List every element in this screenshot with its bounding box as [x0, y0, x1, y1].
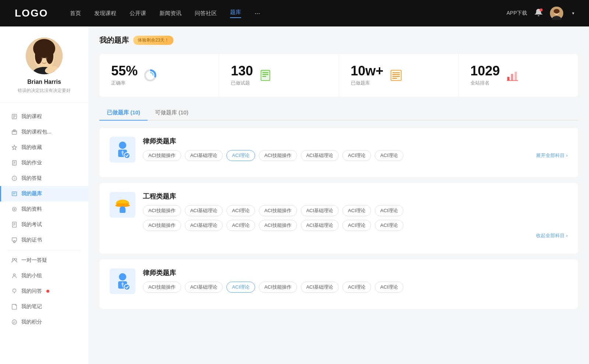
tag-1-1[interactable]: ACI基础理论: [185, 150, 223, 161]
menu-divider-1: [7, 250, 81, 250]
stat-accuracy-value: 55%: [111, 64, 138, 78]
sidebar-item-notes[interactable]: 我的笔记: [0, 299, 88, 314]
tag-1-6[interactable]: ACI理论: [375, 150, 403, 161]
stat-accuracy-content: 55% 正确率: [111, 64, 138, 86]
stat-accuracy: 55% 正确率: [99, 54, 219, 97]
user-avatar[interactable]: [550, 7, 563, 20]
tag-3-5[interactable]: ACI理论: [342, 282, 371, 293]
nav-discover[interactable]: 发现课程: [94, 10, 116, 17]
doc-icon: [259, 69, 272, 82]
tag-2-4[interactable]: ACI基础理论: [301, 205, 339, 216]
tab-available[interactable]: 可做题库 (10): [148, 106, 196, 120]
sidebar-item-favorites-label: 我的收藏: [21, 144, 42, 151]
sidebar-item-cert[interactable]: 我的证书: [0, 232, 88, 248]
notification-bell[interactable]: [535, 8, 543, 18]
svg-point-66: [124, 153, 130, 158]
tag-1-0[interactable]: ACI技能操作: [143, 150, 181, 161]
nav-opencourse[interactable]: 公开课: [130, 10, 146, 17]
tag-2-11[interactable]: ACI基础理论: [301, 220, 339, 231]
tag-2-3[interactable]: ACI技能操作: [259, 205, 297, 216]
cert-icon: [11, 237, 18, 243]
main-header: LOGO 首页 发现课程 公开课 新闻资讯 问答社区 题库 ··· APP下载 …: [0, 0, 589, 26]
quiz-bank-card-lawyer-2: 律师类题库 ACI技能操作 ACI基础理论 ACI理论 ACI技能操作 ACI基…: [99, 260, 578, 309]
svg-point-12: [45, 57, 47, 60]
svg-rect-28: [12, 192, 17, 196]
sidebar-item-group[interactable]: 我的小组: [0, 268, 88, 283]
sidebar-item-qa[interactable]: ? 我的答疑: [0, 171, 88, 186]
tag-1-2[interactable]: ACI理论: [226, 150, 255, 161]
svg-text:?: ?: [14, 177, 15, 181]
sidebar-item-question[interactable]: 我的问答: [0, 283, 88, 299]
quiz-bank-card-engineer: 工程类题库 ACI技能操作 ACI基础理论 ACI理论 ACI技能操作 ACI基…: [99, 183, 578, 254]
group-icon: [11, 272, 18, 279]
tag-2-2[interactable]: ACI理论: [226, 205, 255, 216]
stat-rank-value: 1029: [470, 64, 500, 78]
quiz-bank-info-2: 工程类题库 ACI技能操作 ACI基础理论 ACI理论 ACI技能操作 ACI基…: [143, 192, 568, 239]
nav-news[interactable]: 新闻资讯: [159, 10, 181, 17]
tag-2-0[interactable]: ACI技能操作: [143, 205, 181, 216]
nav-quiz[interactable]: 题库: [230, 9, 241, 18]
svg-point-8: [46, 48, 53, 64]
svg-rect-53: [261, 70, 270, 72]
sidebar-item-package[interactable]: 我的课程包...: [0, 124, 88, 140]
tag-2-10[interactable]: ACI技能操作: [259, 220, 297, 231]
tag-2-8[interactable]: ACI基础理论: [185, 220, 223, 231]
sidebar-item-exam[interactable]: 我的考试: [0, 217, 88, 232]
sidebar-item-files[interactable]: 我的资料: [0, 201, 88, 217]
sidebar: Brian Harris 错误的决定比没有决定要好 我的课程: [0, 26, 88, 364]
quiz-bank-title-2: 工程类题库: [143, 192, 568, 201]
tag-2-13[interactable]: ACI理论: [375, 220, 403, 231]
tag-1-5[interactable]: ACI理论: [342, 150, 371, 161]
nav-qa[interactable]: 问答社区: [195, 10, 217, 17]
tag-2-12[interactable]: ACI理论: [342, 220, 371, 231]
tab-done[interactable]: 已做题库 (10): [99, 106, 148, 120]
profile-avatar: [26, 38, 63, 74]
user-menu-chevron[interactable]: ▾: [572, 11, 574, 16]
sidebar-item-question-label: 我的问答: [21, 288, 42, 295]
exam-icon: [11, 221, 18, 228]
app-download[interactable]: APP下载: [507, 10, 527, 17]
nav-more[interactable]: ···: [254, 10, 260, 17]
quiz-bank-tags-row1: ACI技能操作 ACI基础理论 ACI理论 ACI技能操作 ACI基础理论 AC…: [143, 205, 568, 216]
svg-point-39: [13, 258, 14, 260]
tag-3-6[interactable]: ACI理论: [375, 282, 403, 293]
tag-3-1[interactable]: ACI基础理论: [185, 282, 223, 293]
nav-home[interactable]: 首页: [70, 10, 81, 17]
points-icon: 积: [11, 319, 18, 325]
tag-1-4[interactable]: ACI基础理论: [301, 150, 339, 161]
profile-section: Brian Harris 错误的决定比没有决定要好: [0, 38, 88, 103]
quiz-bank-header-2: 工程类题库 ACI技能操作 ACI基础理论 ACI理论 ACI技能操作 ACI基…: [110, 192, 568, 239]
tag-3-0[interactable]: ACI技能操作: [143, 282, 181, 293]
tag-3-2[interactable]: ACI理论: [226, 282, 255, 293]
sidebar-item-course[interactable]: 我的课程: [0, 109, 88, 124]
svg-point-32: [14, 208, 15, 210]
stat-done-questions-label: 已做试题: [231, 80, 253, 86]
sidebar-item-cert-label: 我的证书: [21, 237, 42, 243]
tag-3-3[interactable]: ACI技能操作: [259, 282, 297, 293]
notification-dot: [540, 8, 543, 11]
sidebar-item-points[interactable]: 积 我的积分: [0, 314, 88, 330]
tag-2-7[interactable]: ACI技能操作: [143, 220, 181, 231]
svg-point-40: [15, 258, 17, 260]
tag-1-3[interactable]: ACI技能操作: [259, 150, 297, 161]
sidebar-item-quiz[interactable]: 我的题库: [0, 186, 88, 201]
quiz-bank-tags-3: ACI技能操作 ACI基础理论 ACI理论 ACI技能操作 ACI基础理论 AC…: [143, 282, 568, 293]
expand-link-1[interactable]: 展开全部科目 ›: [536, 152, 568, 159]
sidebar-item-homework[interactable]: 我的作业: [0, 155, 88, 171]
quiz-bank-card-lawyer-1: 律师类题库 ACI技能操作 ACI基础理论 ACI理论 ACI技能操作 ACI基…: [99, 128, 578, 177]
collapse-link[interactable]: 收起全部科目 ›: [536, 232, 568, 239]
list-icon: [389, 69, 403, 82]
sidebar-item-one-on-one-label: 一对一答疑: [21, 257, 47, 264]
tag-2-6[interactable]: ACI理论: [375, 205, 403, 216]
sidebar-item-exam-label: 我的考试: [21, 221, 42, 228]
tag-3-4[interactable]: ACI基础理论: [301, 282, 339, 293]
tag-2-9[interactable]: ACI理论: [226, 220, 255, 231]
sidebar-item-one-on-one[interactable]: 一对一答疑: [0, 253, 88, 268]
tag-2-1[interactable]: ACI基础理论: [185, 205, 223, 216]
tag-2-5[interactable]: ACI理论: [342, 205, 371, 216]
svg-rect-20: [13, 130, 15, 131]
stat-done-banks-content: 10w+ 已做题库: [351, 64, 384, 86]
sidebar-item-qa-label: 我的答疑: [21, 175, 42, 182]
stat-rank-content: 1029 全站排名: [470, 64, 500, 86]
sidebar-item-favorites[interactable]: 我的收藏: [0, 140, 88, 155]
